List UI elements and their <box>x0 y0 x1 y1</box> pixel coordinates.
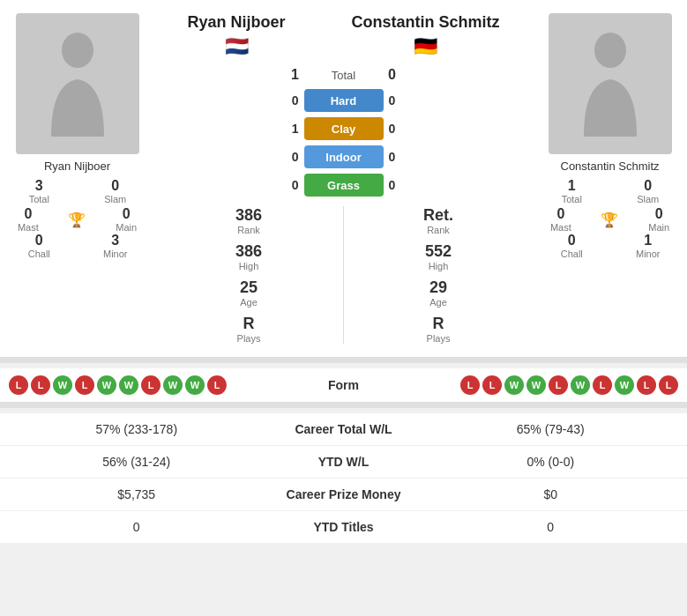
player-right-stats-grid: 1 Total 0 Slam <box>537 178 683 204</box>
prize-row: $5,735 Career Prize Money $0 <box>0 479 687 511</box>
left-age-value: 25 <box>240 278 258 297</box>
right-chall-value: 0 <box>568 233 576 249</box>
left-mast-value: 0 <box>24 206 32 222</box>
left-age-block: 25 Age <box>240 278 258 308</box>
section-gap-1 <box>0 358 687 363</box>
clay-left-score: 1 <box>278 122 304 136</box>
form-badge-l: L <box>31 375 50 395</box>
left-age-label: Age <box>240 297 258 308</box>
career-wl-label: Career Total W/L <box>256 422 432 436</box>
right-slam-value: 0 <box>644 178 652 194</box>
right-total-cell: 1 Total <box>537 178 607 204</box>
left-plays-block: R Plays <box>237 315 261 344</box>
clay-row: 1 Clay 0 <box>154 117 533 140</box>
career-wl-row: 57% (233-178) Career Total W/L 65% (79-4… <box>0 413 687 446</box>
form-badge-l: L <box>207 375 227 395</box>
left-trophy-row: 0 Mast 🏆 0 Main <box>4 206 150 233</box>
center-left-flag: 🇳🇱 <box>225 35 249 58</box>
form-badge-w: W <box>97 375 116 395</box>
form-badge-l: L <box>549 375 568 395</box>
left-minor-cell: 3 Minor <box>81 233 151 259</box>
right-trophy-row: 0 Mast 🏆 0 Main <box>537 206 683 233</box>
left-minor-value: 3 <box>111 233 119 249</box>
left-slam-cell: 0 Slam <box>81 178 151 204</box>
right-rank-value: Ret. <box>423 206 453 225</box>
left-form-badges: LLWLWWLWWL <box>9 375 227 395</box>
left-center-stats: 386 Rank 386 High 25 Age R Plays <box>154 206 344 344</box>
clay-btn[interactable]: Clay <box>304 117 384 140</box>
hard-left-score: 0 <box>278 93 304 108</box>
form-badge-w: W <box>615 375 634 395</box>
form-badge-l: L <box>141 375 161 395</box>
left-rank-value: 386 <box>235 206 262 225</box>
hard-right-score: 0 <box>384 93 410 108</box>
form-label: Form <box>328 378 359 392</box>
right-plays-label: Plays <box>427 333 451 344</box>
indoor-btn[interactable]: Indoor <box>304 145 384 168</box>
right-mast-cell: 0 Mast <box>537 206 585 233</box>
center-right-flag: 🇩🇪 <box>414 35 437 58</box>
left-main-label: Main <box>116 222 137 233</box>
form-badge-l: L <box>9 375 28 395</box>
right-minor-cell: 1 Minor <box>614 233 683 259</box>
left-plays-label: Plays <box>237 333 261 344</box>
ytd-wl-row: 56% (31-24) YTD W/L 0% (0-0) <box>0 446 687 479</box>
right-minor-value: 1 <box>644 233 652 249</box>
left-slam-label: Slam <box>104 194 126 204</box>
left-main-cell: 0 Main <box>102 206 150 233</box>
left-chall-value: 0 <box>35 233 43 249</box>
left-slam-value: 0 <box>111 178 119 194</box>
grass-right-score: 0 <box>384 178 410 192</box>
total-row: 1 Total 0 <box>282 67 406 83</box>
form-badge-w: W <box>185 375 205 395</box>
right-main-cell: 0 Main <box>635 206 683 233</box>
left-total-value: 3 <box>35 178 43 194</box>
form-badge-l: L <box>482 375 502 395</box>
player-right-avatar <box>549 13 672 154</box>
players-section: Ryan Nijboer 3 Total 0 Slam 0 Mast 🏆 <box>0 0 687 358</box>
form-badge-w: W <box>163 375 183 395</box>
career-wl-right: 65% (79-43) <box>432 422 670 436</box>
grass-btn[interactable]: Grass <box>304 174 384 197</box>
form-badge-w: W <box>504 375 524 395</box>
right-plays-block: R Plays <box>427 315 451 344</box>
right-high-value: 552 <box>425 242 452 261</box>
right-slam-label: Slam <box>637 194 659 204</box>
prize-label: Career Prize Money <box>256 487 432 501</box>
form-section: LLWLWWLWWL Form LLWWLWLWLL <box>0 368 687 403</box>
clay-right-score: 0 <box>384 122 410 136</box>
prize-right: $0 <box>432 487 670 501</box>
form-badge-w: W <box>571 375 590 395</box>
left-mast-label: Mast <box>18 222 39 233</box>
right-chall-minor-grid: 0 Chall 1 Minor <box>537 233 683 259</box>
indoor-row: 0 Indoor 0 <box>154 145 533 168</box>
right-mast-label: Mast <box>550 222 571 233</box>
form-badge-w: W <box>526 375 546 395</box>
total-label: Total <box>317 69 370 82</box>
total-right-score: 0 <box>379 67 406 83</box>
grass-row: 0 Grass 0 <box>154 174 533 197</box>
left-rank-block: 386 Rank <box>235 206 262 235</box>
total-left-score: 1 <box>282 67 309 83</box>
right-age-label: Age <box>429 297 447 308</box>
hard-btn[interactable]: Hard <box>304 89 384 112</box>
right-high-label: High <box>429 261 449 271</box>
grass-left-score: 0 <box>278 178 304 192</box>
form-badge-l: L <box>659 375 678 395</box>
ytd-wl-label: YTD W/L <box>256 455 432 469</box>
right-chall-label: Chall <box>561 249 583 259</box>
ytd-titles-row: 0 YTD Titles 0 <box>0 511 687 543</box>
career-wl-left: 57% (233-178) <box>18 422 256 436</box>
left-plays-value: R <box>243 315 255 333</box>
right-mast-value: 0 <box>556 206 564 222</box>
left-high-value: 386 <box>235 242 262 261</box>
ytd-wl-left: 56% (31-24) <box>18 455 256 469</box>
left-minor-label: Minor <box>103 249 128 259</box>
left-total-label: Total <box>29 194 49 204</box>
form-badge-w: W <box>53 375 72 395</box>
right-main-value: 0 <box>655 206 663 222</box>
form-badge-l: L <box>460 375 480 395</box>
player-right-name: Constantin Schmitz <box>561 160 660 173</box>
center-left-name: Ryan Nijboer <box>187 13 285 32</box>
form-badge-l: L <box>593 375 612 395</box>
